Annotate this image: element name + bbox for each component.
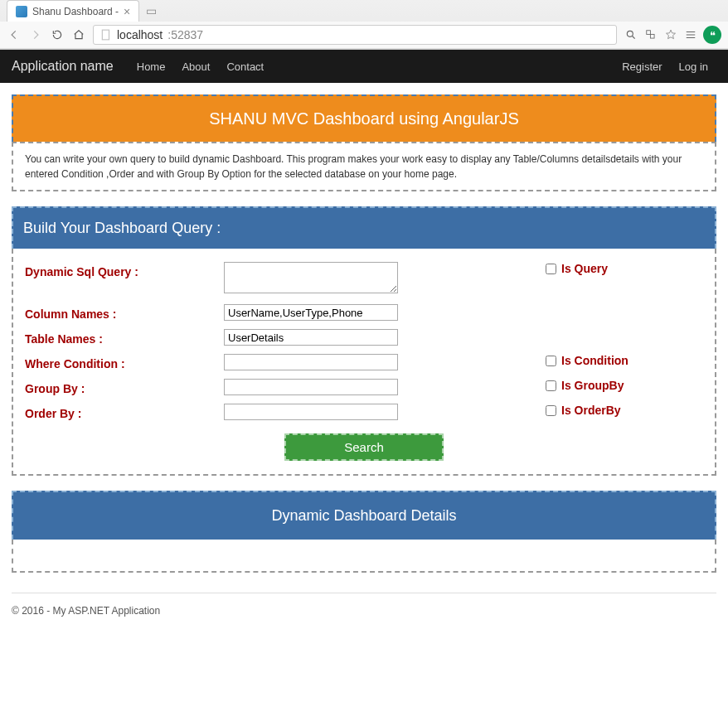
address-bar[interactable]: localhost:52837: [93, 25, 617, 45]
reload-icon: [51, 29, 63, 41]
label-is-condition: Is Condition: [561, 354, 629, 367]
url-host: localhost: [117, 28, 163, 41]
translate-glyph-icon: [645, 29, 657, 41]
footer: © 2016 - My ASP.NET Application: [12, 593, 716, 617]
row-columns: Column Names :: [25, 304, 703, 321]
row-where: Where Condition : Is Condition: [25, 354, 703, 370]
label-is-orderby: Is OrderBy: [561, 404, 621, 417]
query-section-body: Dynamic Sql Query : Is Query Column Name…: [12, 249, 716, 476]
browser-tab-bar: Shanu Dashboard - × ▭: [0, 0, 728, 22]
check-is-groupby-wrap: Is GroupBy: [546, 379, 703, 392]
checkbox-is-orderby[interactable]: [546, 405, 556, 416]
check-is-condition-wrap: Is Condition: [546, 354, 703, 367]
checkbox-is-query[interactable]: [546, 264, 556, 274]
reload-button[interactable]: [50, 27, 65, 42]
close-tab-icon[interactable]: ×: [124, 5, 130, 18]
nav-home[interactable]: Home: [137, 60, 166, 73]
bookmark-star-icon[interactable]: [663, 27, 678, 42]
label-is-groupby: Is GroupBy: [561, 379, 624, 392]
search-row: Search: [25, 428, 703, 471]
app-navbar: Application name Home About Contact Regi…: [0, 50, 728, 83]
label-groupby: Group By :: [25, 379, 224, 395]
input-sql[interactable]: [224, 262, 398, 293]
navbar-brand[interactable]: Application name: [12, 59, 114, 74]
forward-button[interactable]: [28, 27, 43, 42]
description-box: You can write your own query to build dy…: [12, 142, 716, 191]
row-groupby: Group By : Is GroupBy: [25, 379, 703, 395]
browser-tab[interactable]: Shanu Dashboard - ×: [7, 0, 139, 22]
browser-toolbar: localhost:52837 ❝: [0, 22, 728, 49]
hamburger-icon: [685, 29, 696, 41]
query-section-header: Build Your Dashboard Query :: [12, 206, 716, 249]
arrow-right-icon: [30, 29, 41, 41]
svg-rect-3: [650, 34, 654, 38]
row-tables: Table Names :: [25, 329, 703, 346]
new-tab-button[interactable]: ▭: [143, 4, 159, 17]
title-banner: SHANU MVC Dashboard using AngularJS: [12, 94, 716, 142]
label-is-query: Is Query: [561, 262, 608, 275]
zoom-icon[interactable]: [624, 27, 638, 42]
nav-contact[interactable]: Contact: [226, 60, 264, 73]
svg-rect-0: [102, 30, 109, 40]
svg-point-1: [627, 31, 633, 36]
nav-login[interactable]: Log in: [679, 60, 708, 73]
input-columns[interactable]: [224, 304, 398, 321]
star-icon: [665, 29, 677, 41]
input-orderby[interactable]: [224, 404, 398, 420]
row-sql: Dynamic Sql Query : Is Query: [25, 262, 703, 296]
page-icon: [100, 29, 112, 41]
label-orderby: Order By :: [25, 404, 224, 420]
tab-title: Shanu Dashboard -: [32, 6, 119, 17]
home-icon: [73, 29, 85, 41]
input-groupby[interactable]: [224, 379, 398, 395]
label-tables: Table Names :: [25, 329, 224, 346]
translate-icon[interactable]: [643, 27, 658, 42]
input-tables[interactable]: [224, 329, 398, 346]
search-button[interactable]: Search: [284, 433, 444, 461]
details-section-body: [12, 540, 716, 573]
main-container: SHANU MVC Dashboard using AngularJS You …: [0, 94, 728, 641]
checkbox-is-groupby[interactable]: [546, 380, 556, 391]
svg-rect-2: [647, 31, 651, 35]
back-button[interactable]: [7, 27, 22, 42]
nav-about[interactable]: About: [182, 60, 210, 73]
label-columns: Column Names :: [25, 304, 224, 321]
label-where: Where Condition :: [25, 354, 224, 370]
details-section-header: Dynamic Dashboard Details: [12, 491, 716, 540]
extension-hangouts-icon[interactable]: ❝: [703, 26, 721, 44]
checkbox-is-condition[interactable]: [546, 356, 556, 366]
url-port: :52837: [167, 28, 203, 41]
check-is-orderby-wrap: Is OrderBy: [546, 404, 703, 417]
tab-favicon-icon: [16, 6, 27, 17]
browser-chrome: Shanu Dashboard - × ▭ localhost:52837: [0, 0, 728, 50]
nav-register[interactable]: Register: [622, 60, 662, 73]
home-button[interactable]: [71, 27, 86, 42]
menu-button[interactable]: [683, 27, 698, 42]
toolbar-right: ❝: [624, 26, 721, 44]
row-orderby: Order By : Is OrderBy: [25, 404, 703, 420]
input-where[interactable]: [224, 354, 398, 370]
magnifier-icon: [625, 29, 637, 41]
check-is-query-wrap: Is Query: [546, 262, 703, 275]
label-sql: Dynamic Sql Query :: [25, 262, 224, 278]
arrow-left-icon: [8, 29, 20, 41]
